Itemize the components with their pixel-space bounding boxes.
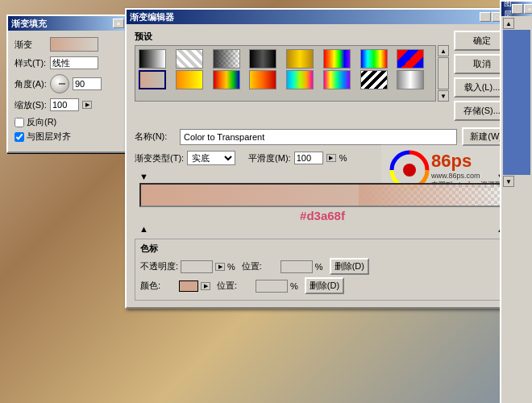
opacity-stop-left[interactable]: ▼ bbox=[139, 172, 148, 181]
color-item: 颜色: ▶ bbox=[140, 277, 210, 294]
angle-knob[interactable] bbox=[50, 74, 69, 93]
preset-3[interactable] bbox=[213, 49, 240, 69]
scale-input[interactable] bbox=[50, 98, 79, 111]
color-swatch[interactable] bbox=[179, 280, 198, 292]
gradient-fill-body: 渐变 样式(T): 线性 角度(A): 缩放(S): ▶ 反向(R) 与图层对齐 bbox=[8, 31, 127, 152]
angle-input[interactable] bbox=[73, 77, 102, 90]
gradient-type-select[interactable]: 实底 bbox=[187, 151, 235, 165]
reverse-row: 反向(R) bbox=[15, 116, 121, 128]
gradient-fill-dialog: 渐变填充 × 渐变 样式(T): 线性 角度(A): 缩放(S): ▶ 反向(R bbox=[6, 15, 129, 153]
presets-grid-container bbox=[135, 45, 436, 102]
style-select[interactable]: 线性 bbox=[50, 56, 98, 69]
style-label: 样式(T): bbox=[15, 57, 47, 69]
style-row: 样式(T): 线性 bbox=[15, 56, 121, 69]
preset-6[interactable] bbox=[323, 49, 351, 69]
opacity-percent: % bbox=[227, 262, 235, 272]
panel-minimize[interactable]: _ bbox=[512, 4, 523, 14]
preset-12[interactable] bbox=[249, 70, 276, 89]
smoothness-percent: % bbox=[339, 153, 347, 163]
color-hex-display: #d3a68f bbox=[135, 209, 510, 222]
gradient-fill-titlebar: 渐变填充 × bbox=[8, 16, 127, 31]
scale-spinner[interactable]: ▶ bbox=[82, 101, 92, 109]
panel-scroll-down[interactable]: ▼ bbox=[503, 176, 514, 187]
position1-item: 位置: % bbox=[242, 258, 323, 275]
gradient-bar[interactable] bbox=[139, 183, 505, 207]
right-panel-title: 图层 _ × bbox=[501, 2, 532, 16]
presets-section: 预设 bbox=[135, 31, 510, 121]
gradient-row: 渐变 bbox=[15, 37, 121, 52]
opacity-row: 不透明度: ▶ % 位置: % 删除(D) bbox=[140, 258, 505, 275]
position1-label: 位置: bbox=[242, 260, 278, 272]
gradient-label: 渐变 bbox=[15, 39, 47, 51]
presets-area-wrapper: 预设 bbox=[135, 31, 449, 121]
smoothness-spinner[interactable]: ▶ bbox=[326, 154, 336, 162]
preset-11[interactable] bbox=[213, 70, 240, 89]
preset-16[interactable] bbox=[397, 70, 424, 89]
preset-14[interactable] bbox=[323, 70, 351, 89]
scale-label: 缩放(S): bbox=[15, 99, 47, 111]
opacity-item: 不透明度: ▶ % bbox=[140, 258, 235, 275]
color-row: 颜色: ▶ 位置: % 删除(D) bbox=[140, 277, 505, 294]
preset-13[interactable] bbox=[286, 70, 314, 89]
preset-10[interactable] bbox=[176, 70, 203, 89]
delete2-button[interactable]: 删除(D) bbox=[305, 277, 344, 294]
preset-4[interactable] bbox=[249, 49, 276, 69]
layers-panel-body[interactable] bbox=[503, 30, 530, 175]
right-panel-label: 图层 bbox=[504, 0, 512, 20]
color-stop-left[interactable]: ▲ bbox=[139, 224, 148, 234]
right-panel: 图层 _ × ▲ ▼ bbox=[500, 0, 532, 403]
gradient-preview-small[interactable] bbox=[50, 37, 98, 52]
panel-scroll-area: ▲ ▼ bbox=[501, 16, 532, 189]
gradient-fill-title: 渐变填充 bbox=[11, 18, 47, 30]
align-label: 与图层对齐 bbox=[27, 131, 71, 143]
preset-2[interactable] bbox=[176, 49, 203, 69]
position1-input[interactable] bbox=[281, 260, 313, 273]
presets-label: 预设 bbox=[135, 31, 449, 43]
position2-input[interactable] bbox=[256, 280, 288, 293]
preset-15[interactable] bbox=[360, 70, 388, 89]
panel-close[interactable]: × bbox=[524, 4, 532, 14]
presets-scrollbar: ▲ ▼ bbox=[438, 45, 449, 102]
align-row: 与图层对齐 bbox=[15, 131, 121, 143]
color-stop-section: 色标 不透明度: ▶ % 位置: % 删除(D) 颜色: bbox=[135, 239, 510, 301]
gradient-editor-dialog: 渐变编辑器 _ □ × 预设 bbox=[125, 8, 520, 309]
presets-area: ▲ ▼ bbox=[135, 45, 449, 102]
scale-row: 缩放(S): ▶ bbox=[15, 98, 121, 111]
position1-percent: % bbox=[315, 262, 323, 272]
opacity-stops-area: ▼ ▼ bbox=[139, 172, 505, 183]
titlebar-buttons: × bbox=[113, 19, 124, 28]
reverse-checkbox[interactable] bbox=[15, 118, 24, 127]
logo-text: 86ps bbox=[431, 151, 502, 172]
gradient-editor-title: 渐变编辑器 bbox=[130, 11, 174, 23]
gradient-type-label: 渐变类型(T): bbox=[135, 152, 184, 164]
panel-buttons: _ × bbox=[512, 4, 532, 14]
gradient-editor-titlebar: 渐变编辑器 _ □ × bbox=[127, 10, 518, 24]
color-stops-area: ▲ ▲ bbox=[139, 224, 505, 235]
align-checkbox[interactable] bbox=[15, 132, 24, 142]
position2-percent: % bbox=[290, 281, 298, 291]
presets-scroll-down[interactable]: ▼ bbox=[438, 90, 449, 102]
preset-1[interactable] bbox=[139, 49, 166, 69]
opacity-input[interactable] bbox=[181, 260, 213, 273]
smoothness-item: 平滑度(M): ▶ % bbox=[248, 152, 347, 164]
angle-row: 角度(A): bbox=[15, 74, 121, 93]
presets-scroll-track[interactable] bbox=[438, 57, 449, 89]
delete1-button[interactable]: 删除(D) bbox=[330, 258, 369, 275]
color-spinner[interactable]: ▶ bbox=[201, 282, 210, 290]
smoothness-label: 平滑度(M): bbox=[248, 152, 291, 164]
color-label: 颜色: bbox=[140, 280, 177, 292]
panel-scroll-up[interactable]: ▲ bbox=[503, 18, 514, 29]
minimize-button[interactable]: _ bbox=[480, 12, 491, 22]
preset-5[interactable] bbox=[286, 49, 314, 69]
close-button[interactable]: × bbox=[113, 19, 124, 28]
presets-scroll-up[interactable]: ▲ bbox=[438, 45, 449, 56]
preset-8[interactable] bbox=[397, 49, 424, 69]
gradient-bar-container: ▼ ▼ #d3a68f ▲ ▲ bbox=[135, 172, 510, 235]
preset-7[interactable] bbox=[360, 49, 388, 69]
reverse-label: 反向(R) bbox=[27, 116, 56, 128]
editor-body: 预设 bbox=[127, 24, 518, 307]
smoothness-input[interactable] bbox=[294, 152, 323, 164]
preset-9[interactable] bbox=[139, 70, 166, 89]
color-stop-title: 色标 bbox=[140, 243, 505, 255]
opacity-spinner[interactable]: ▶ bbox=[215, 263, 225, 271]
